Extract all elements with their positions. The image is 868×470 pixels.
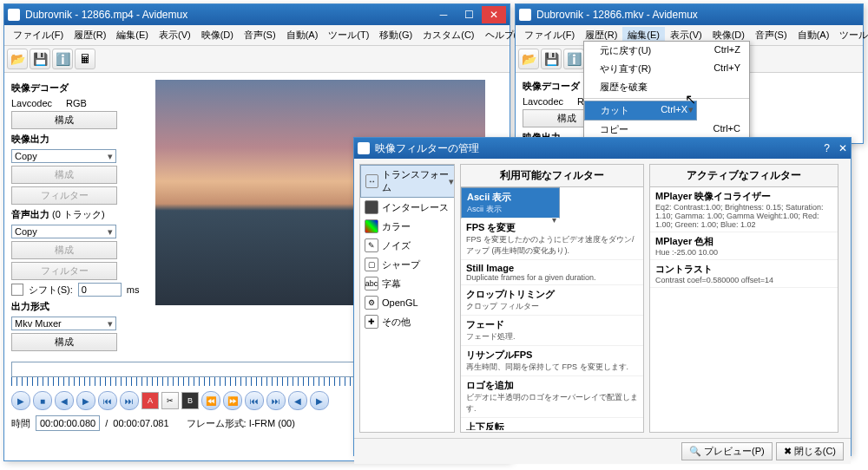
decoder-config-button[interactable]: 構成: [11, 111, 117, 129]
menu-audio[interactable]: 音声(S): [750, 27, 792, 43]
available-filter-item[interactable]: Still ImageDuplicate frames for a given …: [461, 260, 643, 285]
available-filter-item[interactable]: クロップ/トリミングクロップ フィルター: [461, 285, 643, 316]
menu-custom[interactable]: カスタム(C): [418, 27, 479, 43]
menu-file[interactable]: ファイル(F): [8, 27, 69, 43]
active-filter-item[interactable]: コントラストContrast coef=0.580000 offset=14: [650, 260, 838, 288]
prev-frame-button[interactable]: ◀: [55, 391, 74, 410]
menu-go[interactable]: 移動(G): [374, 27, 418, 43]
active-filter-item[interactable]: MPlayer 色相Hue :-25.00 10.00: [650, 232, 838, 260]
menu-recent[interactable]: 履歴(R): [69, 27, 111, 43]
aout-filter-button: フィルター: [11, 262, 117, 280]
vout-filter-button: フィルター: [11, 186, 117, 205]
close-icon: ✖: [784, 446, 792, 457]
avidemux-second-window: Dubrovnik - 12866.mkv - Avidemux ファイル(F)…: [515, 3, 864, 144]
available-filter-item[interactable]: ロゴを追加ビデオに半透明のロゴをオーバーレイで配置します.: [461, 376, 643, 418]
cat-sharp[interactable]: ▢シャープ: [360, 255, 454, 274]
ofmt-muxer-select[interactable]: Mkv Muxer: [11, 317, 116, 330]
menu-view[interactable]: 表示(V): [154, 27, 196, 43]
open-icon[interactable]: 📂: [7, 49, 28, 69]
category-list: ↔トランスフォーム インターレース カラー ✎ノイズ ▢シャープ abc字幕 ⚙…: [359, 164, 455, 433]
save-icon[interactable]: 💾: [541, 49, 562, 69]
cat-opengl[interactable]: ⚙OpenGL: [360, 293, 454, 312]
available-filter-item[interactable]: Ascii 表示Ascii 表示: [461, 187, 560, 219]
active-head: アクティブなフィルター: [650, 165, 838, 187]
vout-codec-select[interactable]: Copy: [11, 149, 116, 163]
shift-checkbox[interactable]: [11, 284, 23, 296]
next-frame-button[interactable]: ▶: [76, 391, 95, 410]
interlace-icon: [365, 200, 378, 214]
menubar: ファイル(F) 履歴(R) 編集(E) 表示(V) 映像(D) 音声(S) 自動…: [4, 25, 510, 46]
rewind-button[interactable]: ⏪: [201, 391, 220, 410]
cut-button[interactable]: ✂: [161, 392, 179, 409]
minimize-button[interactable]: ─: [431, 6, 456, 23]
big-ffwd-button[interactable]: ⏭: [266, 391, 286, 410]
app-icon: [358, 142, 370, 154]
goto-a-button[interactable]: ◀: [288, 391, 307, 410]
info-icon[interactable]: ℹ️: [563, 49, 584, 69]
titlebar[interactable]: 映像フィルターの管理 ?✕: [354, 138, 851, 159]
ofmt-config-button[interactable]: 構成: [11, 333, 117, 351]
menu-auto[interactable]: 自動(A): [792, 27, 835, 43]
prev-kf-button[interactable]: ⏮: [98, 391, 117, 410]
menu-tools[interactable]: ツール(T): [323, 27, 374, 43]
aout-codec-select[interactable]: Copy: [11, 225, 116, 238]
window-title: 映像フィルターの管理: [375, 141, 479, 156]
big-rewind-button[interactable]: ⏮: [245, 391, 264, 410]
available-filter-item[interactable]: リサンプルFPS再生時間、同期を保持して FPS を変更します.: [461, 346, 643, 376]
calc-icon[interactable]: 🖩: [75, 49, 95, 69]
goto-b-button[interactable]: ▶: [310, 391, 329, 410]
cat-noise[interactable]: ✎ノイズ: [360, 236, 454, 255]
other-icon: ✚: [365, 315, 378, 329]
save-icon[interactable]: 💾: [30, 49, 50, 69]
cat-transform[interactable]: ↔トランスフォーム: [360, 165, 455, 198]
shift-value-input[interactable]: 0: [78, 283, 122, 297]
color-icon: [365, 219, 378, 233]
close-button[interactable]: ✖閉じる(C): [776, 442, 844, 460]
ofmt-head: 出力形式: [11, 300, 141, 313]
filter-button-row: 🔍プレビュー(P) ✖閉じる(C): [354, 438, 851, 464]
cat-subtitle[interactable]: abc字幕: [360, 274, 454, 293]
time-current[interactable]: 00:00:00.080: [36, 415, 100, 431]
available-filters-list: 利用可能なフィルター Ascii 表示Ascii 表示FPS を変更FPS を変…: [460, 164, 644, 433]
filter-manager-window: 映像フィルターの管理 ?✕ ↔トランスフォーム インターレース カラー ✎ノイズ…: [353, 137, 852, 456]
active-filter-item[interactable]: MPlayer 映像イコライザーEq2: Contrast:1.00; Brig…: [650, 187, 838, 232]
side-panel: 映像デコーダ LavcodecRGB 構成 映像出力 Copy 構成 フィルター…: [4, 73, 148, 358]
window-title: Dubrovnik - 12866.mp4 - Avidemux: [25, 9, 187, 21]
shift-label: シフト(S):: [29, 284, 73, 297]
cat-other[interactable]: ✚その他: [360, 312, 454, 331]
titlebar[interactable]: Dubrovnik - 12866.mkv - Avidemux: [516, 4, 863, 25]
decoder-lavcodec: Lavcodec: [523, 96, 563, 107]
menu-copy[interactable]: コピーCtrl+C: [584, 121, 749, 139]
menu-tools[interactable]: ツール(T): [834, 27, 868, 43]
info-icon[interactable]: ℹ️: [52, 49, 73, 69]
marker-a-button[interactable]: A: [141, 392, 159, 409]
available-filter-item[interactable]: フェードフェード処理.: [461, 316, 643, 346]
menu-redo[interactable]: やり直す(R)Ctrl+Y: [584, 60, 749, 78]
preview-button[interactable]: 🔍プレビュー(P): [681, 442, 773, 460]
active-filters-list: アクティブなフィルター MPlayer 映像イコライザーEq2: Contras…: [649, 164, 838, 433]
close-button[interactable]: ✕: [838, 142, 847, 154]
menu-audio[interactable]: 音声(S): [239, 27, 281, 43]
app-icon: [8, 9, 20, 21]
help-button[interactable]: ?: [824, 142, 830, 154]
close-button[interactable]: ✕: [482, 6, 506, 23]
cat-color[interactable]: カラー: [360, 217, 454, 236]
available-filter-item[interactable]: FPS を変更FPS を変更したかのようにビデオ速度をダウン/アップ (再生時間…: [461, 219, 643, 260]
marker-b-button[interactable]: B: [181, 392, 199, 409]
ffwd-button[interactable]: ⏩: [223, 391, 242, 410]
menu-undo[interactable]: 元に戻す(U)Ctrl+Z: [584, 42, 749, 60]
menu-auto[interactable]: 自動(A): [281, 27, 324, 43]
available-filter-item[interactable]: 上下反転イメージを上下反転するフィルター.: [461, 418, 643, 430]
titlebar[interactable]: Dubrovnik - 12866.mp4 - Avidemux ─ ☐ ✕: [4, 4, 510, 25]
play-button[interactable]: ▶: [11, 391, 30, 410]
open-icon[interactable]: 📂: [518, 49, 539, 69]
menu-edit[interactable]: 編集(E): [111, 27, 154, 43]
menu-file[interactable]: ファイル(F): [519, 27, 580, 43]
stop-button[interactable]: ■: [33, 391, 52, 410]
menu-video[interactable]: 映像(D): [196, 27, 239, 43]
cat-interlace[interactable]: インターレース: [360, 198, 454, 217]
next-kf-button[interactable]: ⏭: [120, 391, 139, 410]
maximize-button[interactable]: ☐: [457, 6, 481, 23]
menu-cut[interactable]: カットCtrl+X: [584, 101, 697, 121]
menu-discard-history[interactable]: 履歴を破棄: [584, 78, 749, 96]
